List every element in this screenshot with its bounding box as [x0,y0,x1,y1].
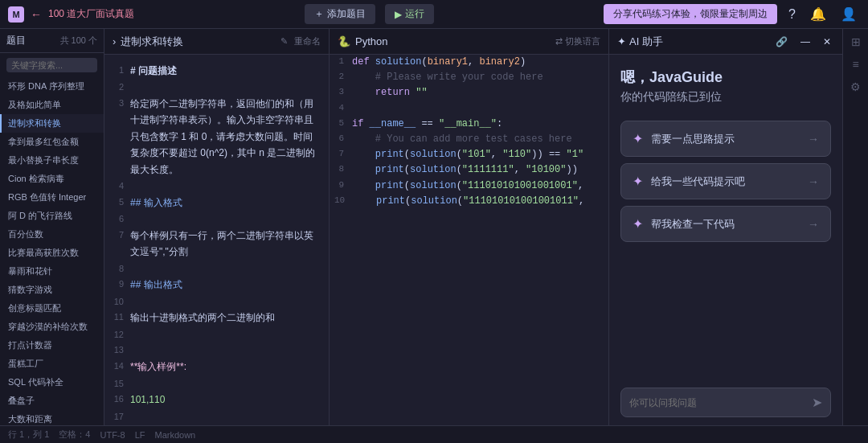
sidebar-item[interactable]: 创意标题匹配 [0,299,104,318]
status-spaces: 空格：4 [59,429,90,441]
code-line-content: print(solution("1111111", "10100")) [352,162,608,178]
line-number: 8 [113,261,124,277]
line-number: 15 [113,376,124,392]
strip-icon-3[interactable]: ⚙ [850,80,861,93]
sidebar-list: 环形 DNA 序列整理及格如此简单进制求和转换拿到最多红包金额最小替换子串长度C… [0,77,104,425]
sidebar-item[interactable]: 穿越沙漠的补给次数 [0,318,104,336]
line-number: 11 [113,310,124,326]
ai-minimize-icon[interactable]: — [797,35,813,49]
code-line-number: 7 [330,147,352,162]
code-line-number: 1 [330,55,352,70]
line-text [130,211,321,227]
topbar-right: 分享代码练习体验，领限量定制周边 ? 🔔 👤 [604,4,860,24]
ai-option-icon: ✦ [633,216,643,232]
topbar: M ← 100 道大厂面试真题 ＋ 添加题目 ▶ 运行 分享代码练习体验，领限量… [0,0,868,29]
code-line: 10 print(solution("111010101001001011", [330,194,608,209]
sidebar-item[interactable]: 及格如此简单 [0,96,104,114]
run-button[interactable]: ▶ 运行 [385,4,434,24]
code-line-content [352,101,608,117]
avatar[interactable]: 👤 [837,5,860,23]
status-mode: Markdown [155,430,196,440]
notification-icon[interactable]: 🔔 [807,5,829,23]
sidebar-item[interactable]: 叠盘子 [0,392,104,410]
line-text: 101,110 [130,392,321,408]
right-strip: ⊞ ≡ ⚙ [842,29,868,425]
line-number: 4 [113,178,124,194]
sidebar-item[interactable]: 猜数字游戏 [0,281,104,299]
line-text: 输出十进制格式的两个二进制的和 [130,310,321,326]
strip-icon-1[interactable]: ⊞ [851,35,861,48]
line-number: 1 [113,63,124,79]
sidebar-item[interactable]: 蛋糕工厂 [0,355,104,373]
sidebar-item[interactable]: 打点计数器 [0,336,104,355]
line-text: ## 输出格式 [130,277,321,293]
ai-option-left: ✦给我一些代码提示吧 [633,174,745,189]
code-line: 2 # Please write your code here [330,70,608,85]
line-number: 14 [113,359,124,375]
edit-icon: ✎ [280,36,288,47]
problem-panel: › 进制求和转换 ✎ 重命名 1# 问题描述23给定两个二进制字符串，返回他们的… [104,29,330,425]
ai-option-text: 需要一点思路提示 [651,132,735,146]
code-line-number: 5 [330,117,352,132]
problem-line: 12 [113,327,321,343]
share-button[interactable]: 分享代码练习体验，领限量定制周边 [604,4,777,24]
sidebar-item[interactable]: SQL 代码补全 [0,373,104,392]
ai-chat-input[interactable] [629,397,812,408]
sidebar-title: 题目 [6,34,26,47]
sidebar-item[interactable]: Cion 检索病毒 [0,170,104,188]
sidebar: 题目 共 100 个 环形 DNA 序列整理及格如此简单进制求和转换拿到最多红包… [0,29,104,425]
sidebar-item[interactable]: 拿到最多红包金额 [0,133,104,151]
code-line: 6 # You can add more test cases here [330,132,608,147]
line-number: 6 [113,211,124,227]
sidebar-item[interactable]: 阿 D 的飞行路线 [0,207,104,225]
ai-close-icon[interactable]: ✕ [820,35,834,49]
add-question-button[interactable]: ＋ 添加题目 [305,4,375,24]
sidebar-item[interactable]: 暴雨和花针 [0,262,104,281]
problem-line: 10 [113,294,321,310]
ai-option-arrow-icon: → [808,175,819,188]
line-text [130,294,321,310]
problem-line: 15 [113,376,321,392]
sidebar-item[interactable]: 大数和距离 [0,410,104,425]
problem-line: 9## 输出格式 [113,277,321,293]
code-line-content: print(solution("111010101001001011", [353,194,608,209]
ai-option-2[interactable]: ✦帮我检查一下代码→ [620,206,831,242]
ai-option-icon: ✦ [633,174,643,189]
ai-option-0[interactable]: ✦需要一点思路提示→ [620,121,831,157]
sidebar-search-container [0,53,104,77]
line-text: # 问题描述 [130,63,321,79]
code-panel: 🐍 Python ⇄ 切换语言 1def solution(binary1, b… [330,29,609,425]
sidebar-item[interactable]: 最小替换子串长度 [0,151,104,170]
code-line-number: 2 [330,70,352,85]
help-icon[interactable]: ? [785,6,799,23]
ai-option-1[interactable]: ✦给我一些代码提示吧→ [620,163,831,199]
code-line-content: # Please write your code here [352,70,608,85]
sidebar-item[interactable]: 进制求和转换 [0,114,104,133]
ai-send-button[interactable]: ➤ [812,395,822,410]
topbar-left: M ← 100 道大厂面试真题 [8,6,134,23]
switch-icon: ⇄ [555,36,563,46]
line-text [130,178,321,194]
sidebar-item[interactable]: 环形 DNA 序列整理 [0,77,104,96]
sidebar-count: 共 100 个 [60,35,97,47]
code-line: 5if __name__ == "__main__": [330,117,608,132]
search-input[interactable] [6,58,97,72]
topbar-arrow: ← [31,8,42,21]
code-line-number: 9 [330,178,352,194]
problem-rename-button[interactable]: ✎ 重命名 [280,35,321,47]
code-line-content: def solution(binary1, binary2) [352,55,608,70]
problem-line: 5## 输入格式 [113,195,321,211]
ai-options-list: ✦需要一点思路提示→✦给我一些代码提示吧→✦帮我检查一下代码→ [620,121,831,379]
ai-icon: ✦ [617,35,626,47]
code-line: 4 [330,101,608,117]
sidebar-item[interactable]: RGB 色值转 Integer [0,188,104,207]
ai-link-icon[interactable]: 🔗 [772,35,791,49]
code-editor[interactable]: 1def solution(binary1, binary2)2 # Pleas… [330,55,608,425]
app-logo: M [8,6,24,23]
sidebar-item[interactable]: 比赛最高获胜次数 [0,244,104,262]
ai-option-left: ✦帮我检查一下代码 [633,216,735,232]
strip-icon-2[interactable]: ≡ [852,58,858,71]
topbar-center: ＋ 添加题目 ▶ 运行 [305,4,434,24]
sidebar-item[interactable]: 百分位数 [0,225,104,244]
switch-language-button[interactable]: ⇄ 切换语言 [555,35,600,47]
